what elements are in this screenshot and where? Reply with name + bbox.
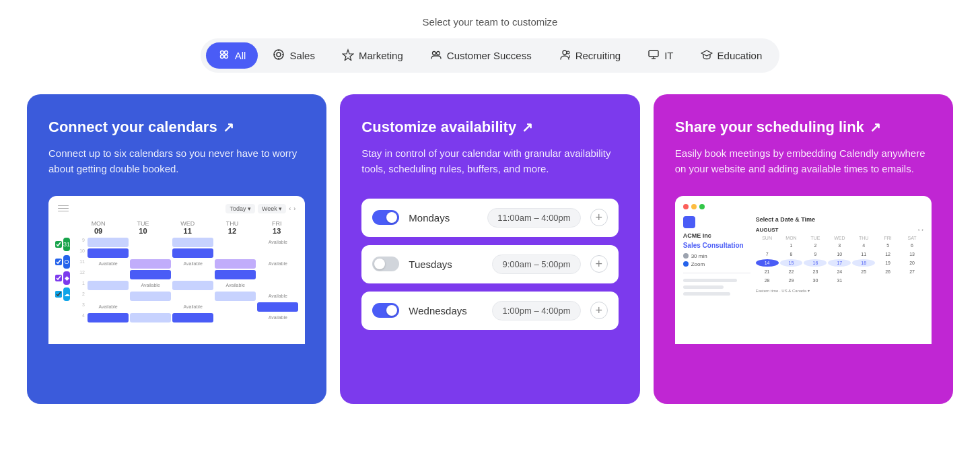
cal-grid-inner: 9 Available 10 11 xyxy=(73,238,298,322)
cal-next[interactable]: › xyxy=(293,205,295,212)
marketing-icon xyxy=(342,48,354,63)
cal-checkbox-outlook[interactable] xyxy=(55,259,62,265)
cal-sidebar: 31 O ◆ ☁ xyxy=(55,238,70,322)
svg-point-4 xyxy=(274,50,283,59)
card-connect-desc: Connect up to six calendars so you never… xyxy=(48,145,305,177)
window-bar xyxy=(683,204,923,209)
cal-icon-outlook: O xyxy=(63,255,70,269)
sched-mock: ACME Inc Sales Consultation 30 min Zoom xyxy=(675,196,932,344)
avail-add-mondays[interactable]: + xyxy=(590,209,608,226)
sched-prev-month[interactable]: ‹ xyxy=(918,227,920,233)
tab-education-label: Education xyxy=(718,50,763,61)
customer-success-icon xyxy=(430,48,442,63)
tab-it[interactable]: IT xyxy=(635,42,685,69)
sched-skeleton3 xyxy=(683,292,730,296)
dot-minimize xyxy=(691,204,697,209)
scheduling-preview: ACME Inc Sales Consultation 30 min Zoom xyxy=(675,196,932,405)
sched-separator xyxy=(683,273,750,273)
cal-nav-area: Today ▾ Week ▾ ‹ › xyxy=(225,204,295,213)
cal-checkbox-app2[interactable] xyxy=(55,291,62,298)
all-icon xyxy=(218,48,230,63)
cal-icon-app1: ◆ xyxy=(63,271,70,285)
sched-cal-grid: SUN MON TUE WED THU FRI SAT 1 2 3 4 xyxy=(756,236,923,284)
tab-recruiting[interactable]: Recruiting xyxy=(547,42,633,69)
toggle-mondays[interactable] xyxy=(372,210,399,225)
cal-body-area: 31 O ◆ ☁ xyxy=(55,238,298,322)
cal-checkbox-app1[interactable] xyxy=(55,275,62,281)
sched-content: ACME Inc Sales Consultation 30 min Zoom xyxy=(683,216,923,299)
card-sched-arrow: ↗ xyxy=(870,119,881,135)
tab-customer-success[interactable]: Customer Success xyxy=(418,42,544,69)
tab-sales-label: Sales xyxy=(289,50,315,61)
card-avail-arrow: ↗ xyxy=(522,119,533,135)
avail-day-wednesdays: Wednesdays xyxy=(409,305,483,316)
cards-row: Connect your calendars ↗ Connect up to s… xyxy=(27,94,953,404)
sched-skeleton1 xyxy=(683,279,737,282)
sched-right-panel: Select a Date & Time AUGUST ‹ › SUN MON … xyxy=(756,216,923,299)
svg-point-3 xyxy=(224,55,228,59)
toggle-knob-tuesdays xyxy=(374,259,385,269)
sched-platform: Zoom xyxy=(691,261,705,267)
sched-month-nav: ‹ › xyxy=(918,227,923,233)
avail-add-wednesdays[interactable]: + xyxy=(590,302,608,319)
cal-sidebar-item4: ☁ xyxy=(55,287,70,301)
sched-next-month[interactable]: › xyxy=(921,227,923,233)
svg-rect-15 xyxy=(649,50,658,57)
svg-point-0 xyxy=(220,51,223,55)
week-btn[interactable]: Week ▾ xyxy=(258,204,286,213)
tab-all[interactable]: All xyxy=(206,42,258,69)
sched-left-panel: ACME Inc Sales Consultation 30 min Zoom xyxy=(683,216,750,299)
cal-header: Today ▾ Week ▾ ‹ › xyxy=(55,203,298,215)
avail-item-wednesdays: Wednesdays 1:00pm – 4:00pm + xyxy=(361,292,618,330)
card-connect-calendars: Connect your calendars ↗ Connect up to s… xyxy=(27,94,326,404)
avail-time-tuesdays: 9:00am – 5:00pm xyxy=(492,254,580,274)
cal-prev[interactable]: ‹ xyxy=(289,205,291,212)
sched-timezone: Eastern time · US & Canada ▾ xyxy=(756,288,923,293)
avail-day-tuesdays: Tuesdays xyxy=(409,259,483,270)
tab-all-label: All xyxy=(235,50,246,61)
sales-icon xyxy=(273,48,285,63)
cal-header-left xyxy=(58,205,69,212)
card-connect-arrow: ↗ xyxy=(223,119,234,135)
svg-point-2 xyxy=(220,55,223,59)
cal-menu-icon xyxy=(58,205,69,212)
cal-sidebar-item2: O xyxy=(55,255,70,269)
cal-checkbox-google[interactable] xyxy=(55,241,62,248)
tab-marketing-label: Marketing xyxy=(359,50,403,61)
svg-point-5 xyxy=(277,53,281,57)
tab-marketing[interactable]: Marketing xyxy=(330,42,415,69)
toggle-tuesdays[interactable] xyxy=(372,257,399,271)
avail-day-mondays: Mondays xyxy=(409,212,478,224)
card-avail-title: Customize availability ↗ xyxy=(361,118,618,136)
toggle-knob-mondays xyxy=(386,212,397,223)
toggle-wednesdays[interactable] xyxy=(372,303,399,318)
sched-logo xyxy=(683,216,695,228)
recruiting-icon xyxy=(559,48,571,63)
card-connect-title: Connect your calendars ↗ xyxy=(48,118,305,136)
sched-duration: 30 min xyxy=(691,253,707,259)
toggle-knob-wednesdays xyxy=(386,305,397,316)
tab-sales[interactable]: Sales xyxy=(260,42,327,69)
card-customize-availability: Customize availability ↗ Stay in control… xyxy=(340,94,639,404)
avail-time-mondays: 11:00am – 4:00pm xyxy=(487,208,580,228)
cal-icon-google: 31 xyxy=(63,238,70,251)
sched-month-label: AUGUST xyxy=(756,227,779,233)
select-label: Select your team to customize xyxy=(27,16,953,28)
dot-close xyxy=(683,204,689,209)
card-sched-title: Share your scheduling link ↗ xyxy=(675,118,932,136)
tabs-container: All Sales Marketing xyxy=(27,38,953,73)
avail-time-wednesdays: 1:00pm – 4:00pm xyxy=(492,301,580,320)
sched-month-header: AUGUST ‹ › xyxy=(756,227,923,233)
sched-meeting-title: Sales Consultation xyxy=(683,242,750,249)
cal-icon-app2: ☁ xyxy=(63,287,70,301)
today-btn[interactable]: Today ▾ xyxy=(225,204,255,213)
svg-point-13 xyxy=(563,50,567,55)
calendar-preview: Today ▾ Week ▾ ‹ › MON 09 TUE 10 xyxy=(48,196,305,405)
svg-marker-10 xyxy=(343,50,353,61)
calendar-mock: Today ▾ Week ▾ ‹ › MON 09 TUE 10 xyxy=(48,196,305,344)
tab-recruiting-label: Recruiting xyxy=(575,50,621,61)
education-icon xyxy=(701,48,713,63)
avail-add-tuesdays[interactable]: + xyxy=(590,255,608,273)
tab-education[interactable]: Education xyxy=(689,42,775,69)
cal-grid: 9 Available 10 11 xyxy=(73,238,298,322)
